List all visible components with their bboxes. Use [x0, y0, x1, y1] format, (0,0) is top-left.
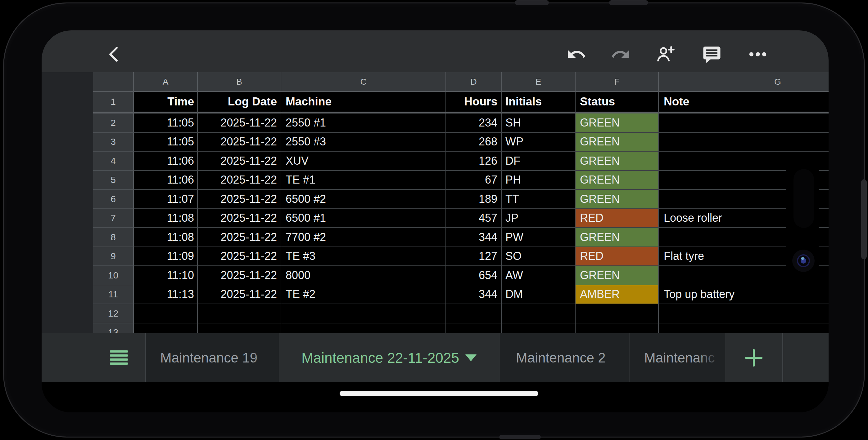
select-all-corner[interactable] [93, 72, 134, 92]
cell-B12[interactable] [198, 304, 281, 324]
row-number-1[interactable]: 1 [93, 92, 134, 113]
cell-E12[interactable] [502, 304, 576, 324]
cell-F5[interactable]: GREEN [576, 171, 659, 190]
cell-E6[interactable]: TT [502, 190, 576, 209]
column-letter-B[interactable]: B [198, 72, 281, 92]
cell-B10[interactable]: 2025-11-22 [198, 266, 281, 285]
cell-F4[interactable]: GREEN [576, 151, 659, 171]
cell-E4[interactable]: DF [502, 151, 576, 171]
row-number-9[interactable]: 9 [93, 247, 134, 266]
cell-A4[interactable]: 11:06 [134, 151, 198, 171]
header-cell-initials[interactable]: Initials [502, 92, 576, 113]
cell-D4[interactable]: 126 [446, 151, 502, 171]
cell-C7[interactable]: 6500 #1 [281, 209, 446, 228]
cell-C4[interactable]: XUV [281, 151, 446, 171]
add-sheet-button[interactable] [725, 333, 782, 382]
column-letter-E[interactable]: E [502, 72, 576, 92]
cell-D9[interactable]: 127 [446, 247, 502, 266]
cell-B5[interactable]: 2025-11-22 [198, 171, 281, 190]
comments-button[interactable] [701, 44, 723, 66]
sheet-list-button[interactable] [102, 333, 136, 382]
cell-F11[interactable]: AMBER [576, 285, 659, 304]
cell-A11[interactable]: 11:13 [134, 285, 198, 304]
cell-A13[interactable] [134, 324, 198, 334]
header-cell-date[interactable]: Log Date [198, 92, 281, 113]
header-cell-status[interactable]: Status [576, 92, 659, 113]
cell-A8[interactable]: 11:08 [134, 228, 198, 247]
row-number-8[interactable]: 8 [93, 228, 134, 247]
cell-B7[interactable]: 2025-11-22 [198, 209, 281, 228]
cell-F2[interactable]: GREEN [576, 113, 659, 133]
column-letter-A[interactable]: A [134, 72, 198, 92]
more-menu-button[interactable] [747, 44, 769, 66]
cell-C2[interactable]: 2550 #1 [281, 113, 446, 133]
row-number-7[interactable]: 7 [93, 209, 134, 228]
row-number-13[interactable]: 13 [93, 324, 134, 334]
cell-E13[interactable] [502, 324, 576, 334]
row-number-5[interactable]: 5 [93, 171, 134, 190]
cell-E11[interactable]: DM [502, 285, 576, 304]
cell-G11[interactable]: Top up battery [659, 285, 829, 304]
cell-D7[interactable]: 457 [446, 209, 502, 228]
cell-E2[interactable]: SH [502, 113, 576, 133]
cell-F6[interactable]: GREEN [576, 190, 659, 209]
row-number-2[interactable]: 2 [93, 113, 134, 133]
cell-B9[interactable]: 2025-11-22 [198, 247, 281, 266]
cell-E10[interactable]: AW [502, 266, 576, 285]
cell-C8[interactable]: 7700 #2 [281, 228, 446, 247]
row-number-10[interactable]: 10 [93, 266, 134, 285]
cell-A12[interactable] [134, 304, 198, 324]
cell-D2[interactable]: 234 [446, 113, 502, 133]
cell-E7[interactable]: JP [502, 209, 576, 228]
cell-A2[interactable]: 11:05 [134, 113, 198, 133]
cell-G13[interactable] [659, 324, 829, 334]
cell-D10[interactable]: 654 [446, 266, 502, 285]
cell-D5[interactable]: 67 [446, 171, 502, 190]
redo-button[interactable] [610, 44, 631, 66]
home-indicator[interactable] [340, 391, 538, 396]
sheet-tab-4[interactable]: Maintenanc [630, 333, 725, 382]
row-number-4[interactable]: 4 [93, 151, 134, 171]
cell-D12[interactable] [446, 304, 502, 324]
cell-E3[interactable]: WP [502, 133, 576, 152]
cell-A7[interactable]: 11:08 [134, 209, 198, 228]
cell-A6[interactable]: 11:07 [134, 190, 198, 209]
cell-D3[interactable]: 268 [446, 133, 502, 152]
cell-F8[interactable]: GREEN [576, 228, 659, 247]
cell-C6[interactable]: 6500 #2 [281, 190, 446, 209]
cell-C11[interactable]: TE #2 [281, 285, 446, 304]
cell-C10[interactable]: 8000 [281, 266, 446, 285]
row-number-11[interactable]: 11 [93, 285, 134, 304]
column-letter-C[interactable]: C [281, 72, 446, 92]
header-cell-machine[interactable]: Machine [281, 92, 446, 113]
cell-D13[interactable] [446, 324, 502, 334]
cell-F3[interactable]: GREEN [576, 133, 659, 152]
undo-button[interactable] [566, 44, 587, 66]
cell-C13[interactable] [281, 324, 446, 334]
cell-B11[interactable]: 2025-11-22 [198, 285, 281, 304]
cell-C9[interactable]: TE #3 [281, 247, 446, 266]
cell-B8[interactable]: 2025-11-22 [198, 228, 281, 247]
cell-F12[interactable] [576, 304, 659, 324]
cell-C3[interactable]: 2550 #3 [281, 133, 446, 152]
cell-B6[interactable]: 2025-11-22 [198, 190, 281, 209]
row-number-6[interactable]: 6 [93, 190, 134, 209]
column-letter-D[interactable]: D [446, 72, 502, 92]
cell-G3[interactable] [659, 133, 829, 152]
share-button[interactable] [655, 44, 677, 66]
cell-F7[interactable]: RED [576, 209, 659, 228]
cell-A10[interactable]: 11:10 [134, 266, 198, 285]
cell-B3[interactable]: 2025-11-22 [198, 133, 281, 152]
cell-E9[interactable]: SO [502, 247, 576, 266]
cell-F10[interactable]: GREEN [576, 266, 659, 285]
header-cell-hours[interactable]: Hours [446, 92, 502, 113]
cell-B2[interactable]: 2025-11-22 [198, 113, 281, 133]
cell-D6[interactable]: 189 [446, 190, 502, 209]
cell-A9[interactable]: 11:09 [134, 247, 198, 266]
cell-C12[interactable] [281, 304, 446, 324]
cell-A3[interactable]: 11:05 [134, 133, 198, 152]
back-button[interactable] [104, 44, 125, 66]
sheet-tab-active[interactable]: Maintenance 22-11-2025 [279, 333, 499, 382]
sheet-tab-1[interactable]: Maintenance 19 [146, 333, 279, 382]
cell-G12[interactable] [659, 304, 829, 324]
